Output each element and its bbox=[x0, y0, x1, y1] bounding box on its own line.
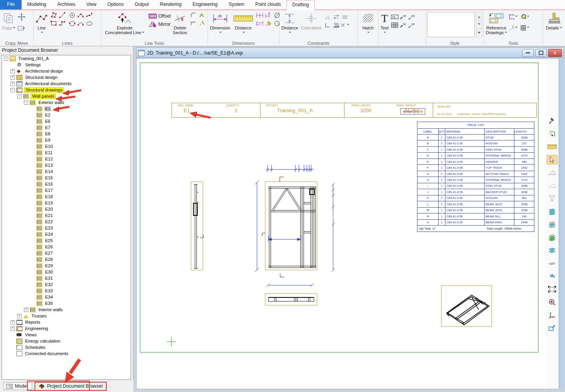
layers-two-icon[interactable] bbox=[547, 246, 558, 255]
tree-item-e13[interactable]: E13 bbox=[2, 162, 131, 168]
axes-icon[interactable] bbox=[547, 310, 558, 320]
tree-item-e7[interactable]: E7 bbox=[2, 124, 131, 131]
coincident-constraint-button[interactable]: Coincident bbox=[300, 11, 322, 31]
parallel-constraint-icon[interactable] bbox=[332, 13, 341, 21]
fillet-corner-icon[interactable] bbox=[189, 11, 198, 19]
tree-item-e21[interactable]: E21 bbox=[2, 212, 131, 219]
rectangle-icon[interactable] bbox=[49, 19, 58, 27]
line-segment-icon[interactable] bbox=[58, 11, 67, 19]
tree-item-e35[interactable]: E35 bbox=[2, 300, 131, 306]
tree-item-e19[interactable]: E19 bbox=[2, 200, 131, 206]
ribbon-tab-view[interactable]: View bbox=[81, 0, 102, 9]
style-scroll-up[interactable] bbox=[476, 12, 482, 20]
style-listbox[interactable] bbox=[427, 12, 475, 37]
select-cursor-icon[interactable] bbox=[547, 155, 558, 164]
chamfer-corner-icon[interactable] bbox=[198, 11, 206, 19]
circle-center-icon[interactable] bbox=[68, 11, 77, 19]
tree-item-architectural-design[interactable]: +Architectural design bbox=[2, 68, 131, 74]
tree-item-e10[interactable]: E10 bbox=[2, 143, 131, 150]
spline-icon[interactable] bbox=[85, 11, 94, 19]
tree-item-e32[interactable]: E32 bbox=[2, 281, 131, 288]
tree-item-e31[interactable]: E31 bbox=[2, 275, 131, 281]
tree-item-e22[interactable]: E22 bbox=[2, 219, 131, 225]
details-button[interactable]: Details bbox=[545, 11, 563, 31]
export-view-icon[interactable] bbox=[547, 323, 558, 333]
numbered-leader-button[interactable]: 1 bbox=[509, 24, 518, 32]
grid-tool-button[interactable] bbox=[521, 24, 529, 32]
ribbon-tab-system[interactable]: System bbox=[223, 0, 250, 9]
ellipse-icon[interactable] bbox=[85, 19, 94, 27]
document-window-titlebar[interactable]: 2D: Training_001_A - D:/... /se/SE_E1@A.… bbox=[136, 47, 564, 58]
tree-item-e24[interactable]: E24 bbox=[2, 231, 131, 237]
mirror-button[interactable]: Mirror bbox=[148, 21, 171, 27]
distance-measure-button[interactable]: Distance bbox=[232, 11, 254, 35]
expand-icon[interactable]: + bbox=[24, 308, 28, 312]
ribbon-tab-engineering[interactable]: Engineering bbox=[187, 0, 223, 9]
measure-move-icon[interactable] bbox=[547, 129, 558, 139]
layer-single-icon[interactable] bbox=[547, 259, 558, 268]
tree-item-e16[interactable]: E16 bbox=[2, 181, 131, 187]
tree-item-e11[interactable]: E11 bbox=[2, 150, 131, 156]
expand-icon[interactable]: + bbox=[11, 69, 15, 73]
tree-item-trusses[interactable]: +Trusses bbox=[2, 313, 131, 319]
tree-item-energy-calculation[interactable]: Energy calculation bbox=[2, 338, 131, 344]
tree-item-views[interactable]: Views bbox=[2, 332, 131, 338]
ribbon-tab-point-clouds[interactable]: Point clouds bbox=[250, 0, 286, 9]
triangle-icon[interactable] bbox=[547, 168, 558, 177]
tree-item-e26[interactable]: E26 bbox=[2, 244, 131, 250]
tree-item-structural-drawings[interactable]: −Structural drawings bbox=[2, 87, 131, 93]
hatch-button[interactable]: Hatch bbox=[361, 11, 375, 35]
pin-icon[interactable] bbox=[547, 116, 558, 126]
tree-item-schedules[interactable]: Schedules bbox=[2, 344, 131, 350]
fix-constraint-icon[interactable] bbox=[332, 21, 341, 29]
leader-text-alt-icon[interactable]: txt bbox=[408, 13, 416, 21]
layers-green-icon[interactable] bbox=[547, 233, 558, 242]
style-more-button[interactable] bbox=[476, 29, 482, 37]
collapse-icon[interactable]: − bbox=[4, 57, 8, 61]
collapse-icon[interactable]: − bbox=[11, 88, 15, 92]
arc-icon[interactable] bbox=[77, 19, 85, 27]
tree-item-e12[interactable]: E12 bbox=[2, 156, 131, 162]
tree-item-e20[interactable]: E20 bbox=[2, 206, 131, 212]
edit-dimension-icon[interactable] bbox=[264, 19, 273, 27]
delete-section-button[interactable]: x DeleteSection bbox=[172, 11, 188, 35]
tree-item-architectural-documents[interactable]: +Architectural documents bbox=[2, 80, 131, 87]
zoom-in-icon[interactable] bbox=[547, 297, 558, 307]
find-tool-button[interactable] bbox=[521, 13, 529, 21]
offset-button[interactable]: Offset bbox=[148, 13, 171, 19]
undo-icon[interactable] bbox=[547, 272, 558, 281]
tree-item-e23[interactable]: E23 bbox=[2, 225, 131, 231]
move-icon[interactable] bbox=[17, 13, 26, 21]
explode-concatenated-line-button[interactable]: ExplodeConcatenated Line bbox=[102, 11, 147, 35]
ribbon-tab-archives[interactable]: Archives bbox=[52, 0, 81, 9]
tree-item-e29[interactable]: E29 bbox=[2, 263, 131, 269]
angle-constraint-icon[interactable] bbox=[323, 13, 332, 21]
ruler-icon[interactable] bbox=[547, 142, 558, 151]
style-scroll-down[interactable] bbox=[476, 21, 482, 29]
delete-constraint-button[interactable] bbox=[341, 21, 349, 29]
distance-constraint-button[interactable]: Distance bbox=[281, 11, 299, 35]
tree-item-interior-walls[interactable]: +Interior walls bbox=[2, 306, 131, 313]
reference-drawings-button[interactable]: ReferenceDrawings bbox=[485, 11, 508, 35]
tree-item-e1[interactable]: E1 bbox=[2, 106, 131, 112]
tree-item-connected-documents[interactable]: Connected documents bbox=[2, 350, 131, 357]
expand-icon[interactable]: + bbox=[11, 320, 15, 325]
tree-item-e8[interactable]: E8 bbox=[2, 131, 131, 137]
text-button[interactable]: T Text bbox=[380, 11, 389, 35]
expand-icon[interactable]: + bbox=[11, 75, 15, 80]
tab-model[interactable]: Model bbox=[3, 382, 32, 390]
dashed-triangle-icon[interactable] bbox=[547, 181, 558, 190]
line-button[interactable]: Line bbox=[35, 11, 48, 35]
expand-icon[interactable]: + bbox=[11, 82, 15, 86]
tree-item-e9[interactable]: E9 bbox=[2, 137, 131, 143]
tree-item-e2[interactable]: E2 bbox=[2, 112, 131, 118]
tree-item-structural-design[interactable]: +Structural design bbox=[2, 74, 131, 80]
corner-trim-icon[interactable] bbox=[189, 19, 198, 27]
tree-item-e27[interactable]: E27 bbox=[2, 250, 131, 256]
layers-mixed-icon[interactable] bbox=[547, 220, 558, 229]
tree-item-wall-panels[interactable]: −Wall panels bbox=[2, 93, 131, 99]
table-icon[interactable] bbox=[390, 21, 399, 29]
tree-item-exterior-walls[interactable]: −Exterior walls bbox=[2, 99, 131, 106]
tree-item-e28[interactable]: E28 bbox=[2, 256, 131, 263]
tree-item-e6[interactable]: E6 bbox=[2, 118, 131, 124]
